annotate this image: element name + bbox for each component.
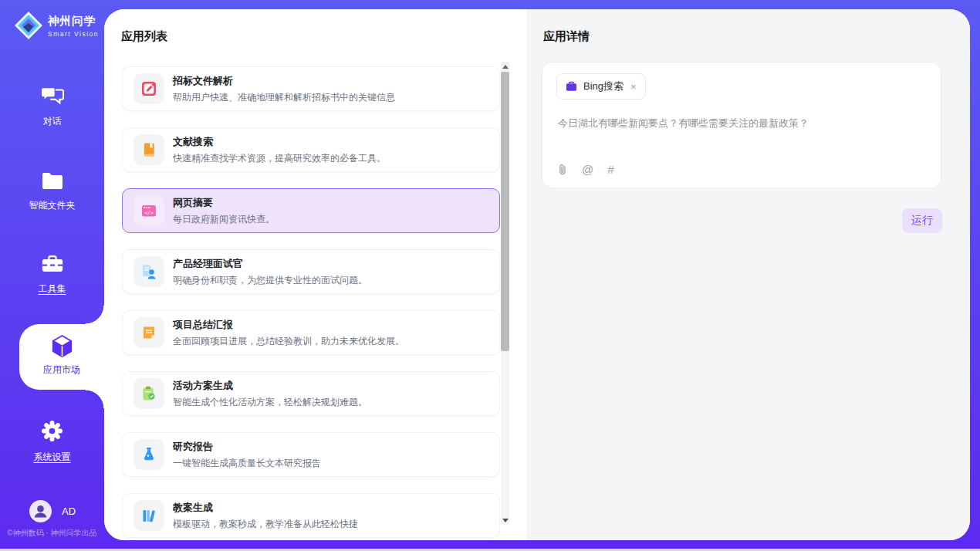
app-item-desc: 智能生成个性化活动方案，轻松解决规划难题。	[173, 396, 367, 409]
app-item-name: 项目总结汇报	[173, 318, 404, 332]
app-item-desc: 快速精准查找学术资源，提高研究效率的必备工具。	[173, 152, 386, 165]
app-item-desc: 每日政府新闻资讯快查。	[173, 213, 275, 226]
list-scrollbar[interactable]	[501, 62, 509, 525]
sidebar-item-settings[interactable]: 系统设置	[0, 420, 104, 464]
app-item-desc: 模板驱动，教案秒成，教学准备从此轻松快捷	[173, 518, 358, 531]
run-button[interactable]: 运行	[902, 208, 942, 233]
avatar	[29, 500, 52, 522]
app-list: 招标文件解析 帮助用户快速、准确地理解和解析招标书中的关键信息 文献搜索	[122, 57, 500, 540]
sidebar-item-toolset[interactable]: 工具集	[0, 255, 104, 296]
app-item-literature-search[interactable]: 文献搜索 快速精准查找学术资源，提高研究效率的必备工具。	[122, 127, 500, 172]
app-item-desc: 全面回顾项目进展，总结经验教训，助力未来优化发展。	[173, 335, 404, 348]
toolbox-icon	[41, 255, 64, 274]
app-item-project-summary-report[interactable]: 项目总结汇报 全面回顾项目进展，总结经验教训，助力未来优化发展。	[122, 310, 500, 355]
main-content: 应用列表 招标文件解析 帮助用户快速、准确地理解和解析招标书中的关键信息	[104, 9, 970, 540]
app-item-desc: 帮助用户快速、准确地理解和解析招标书中的关键信息	[173, 91, 395, 104]
sidebar: 神州问学 Smart Vision 对话 智能文件夹	[0, 0, 104, 549]
sidebar-item-label: 工具集	[0, 282, 104, 296]
sidebar-item-chat[interactable]: 对话	[0, 85, 104, 128]
scroll-up-button[interactable]	[501, 62, 509, 71]
app-detail-title: 应用详情	[543, 29, 590, 44]
scrollbar-thumb[interactable]	[501, 72, 509, 351]
app-frame: 神州问学 Smart Vision 对话 智能文件夹	[0, 0, 980, 549]
app-item-pm-interviewer[interactable]: 产品经理面试官 明确身份和职责，为您提供专业性的面试问题。	[122, 249, 500, 294]
app-item-name: 招标文件解析	[173, 74, 395, 88]
app-item-name: 活动方案生成	[173, 379, 367, 393]
pen-square-icon	[133, 73, 164, 104]
sidebar-item-label: 智能文件夹	[0, 199, 104, 212]
book-icon	[133, 134, 164, 165]
scroll-down-button[interactable]	[501, 516, 509, 525]
sidebar-item-label: 系统设置	[0, 451, 104, 464]
books-icon	[133, 500, 164, 531]
diamond-logo-icon	[13, 10, 44, 41]
cube-icon	[51, 334, 73, 358]
clipboard-check-icon	[133, 378, 164, 409]
app-list-panel: 应用列表 招标文件解析 帮助用户快速、准确地理解和解析招标书中的关键信息	[104, 9, 526, 540]
brand-name: 神州问学	[48, 14, 99, 29]
user-initials: AD	[62, 505, 76, 517]
app-item-event-plan-generation[interactable]: 活动方案生成 智能生成个性化活动方案，轻松解决规划难题。	[122, 371, 500, 416]
copyright-text: ©神州数码 · 神州问学出品	[0, 528, 104, 539]
brand-tagline: Smart Vision	[48, 30, 99, 38]
tag-close-icon[interactable]: ×	[630, 82, 637, 92]
interviewer-icon	[133, 256, 164, 287]
user-account[interactable]: AD	[29, 500, 76, 522]
app-item-bid-document-analysis[interactable]: 招标文件解析 帮助用户快速、准确地理解和解析招标书中的关键信息	[122, 66, 500, 111]
app-item-name: 研究报告	[173, 440, 321, 454]
blob-top-curve	[86, 306, 104, 324]
sidebar-item-label: 对话	[0, 115, 104, 128]
composer-toolbar: @ #	[557, 163, 614, 176]
app-item-desc: 一键智能生成高质量长文本研究报告	[173, 457, 321, 470]
chat-icon	[41, 85, 64, 106]
app-item-research-report[interactable]: 研究报告 一键智能生成高质量长文本研究报告	[122, 432, 500, 477]
hash-icon[interactable]: #	[607, 163, 613, 176]
blob-bottom-curve	[86, 390, 104, 408]
svg-text:</>: </>	[144, 210, 154, 216]
note-icon	[133, 317, 164, 348]
app-item-webpage-summary[interactable]: </> 网页摘要 每日政府新闻资讯快查。	[122, 188, 500, 233]
sidebar-item-label: 应用市场	[19, 363, 104, 377]
query-input[interactable]: 今日湖北有哪些新闻要点？有哪些需要关注的最新政策？	[558, 116, 925, 131]
app-item-name: 产品经理面试官	[173, 257, 367, 271]
app-detail-panel: 应用详情 Bing搜索 × 今日湖北有哪些新闻要点？有哪些需要关注的最新政策？ …	[526, 9, 970, 540]
sidebar-item-smart-folder[interactable]: 智能文件夹	[0, 171, 104, 212]
app-item-name: 网页摘要	[173, 196, 275, 210]
research-report-icon	[133, 439, 164, 470]
gear-icon	[41, 420, 63, 442]
app-item-lesson-plan-generation[interactable]: 教案生成 模板驱动，教案秒成，教学准备从此轻松快捷	[122, 493, 500, 538]
app-item-name: 文献搜索	[173, 135, 386, 149]
brand-logo: 神州问学 Smart Vision	[13, 10, 99, 41]
briefcase-icon	[566, 81, 577, 92]
app-item-desc: 明确身份和职责，为您提供专业性的面试问题。	[173, 274, 367, 287]
mention-icon[interactable]: @	[582, 163, 593, 176]
sidebar-item-app-market[interactable]: 应用市场	[19, 324, 104, 390]
query-card: Bing搜索 × 今日湖北有哪些新闻要点？有哪些需要关注的最新政策？ @ #	[542, 62, 941, 188]
folder-icon	[41, 171, 64, 191]
app-list-title: 应用列表	[121, 29, 167, 44]
tool-tag-bing-search[interactable]: Bing搜索 ×	[556, 73, 646, 100]
browser-code-icon: </>	[133, 195, 164, 226]
app-item-name: 教案生成	[173, 501, 358, 515]
tool-tag-label: Bing搜索	[583, 79, 623, 93]
attachment-icon[interactable]	[557, 163, 568, 176]
